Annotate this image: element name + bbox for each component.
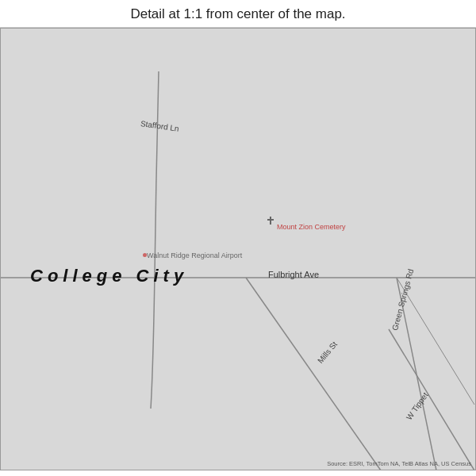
svg-rect-7 xyxy=(267,219,274,221)
map-container: College City Fulbright Ave Stafford Ln M… xyxy=(0,28,476,470)
cemetery-icon xyxy=(266,217,275,226)
source-text: Source: ESRI, TomTom NA, TelB Atlas NA, … xyxy=(327,460,471,467)
airport-dot xyxy=(143,253,147,257)
svg-line-1 xyxy=(246,278,381,470)
map-svg xyxy=(0,28,476,470)
page-title: Detail at 1:1 from center of the map. xyxy=(0,0,476,28)
svg-line-5 xyxy=(397,278,474,405)
